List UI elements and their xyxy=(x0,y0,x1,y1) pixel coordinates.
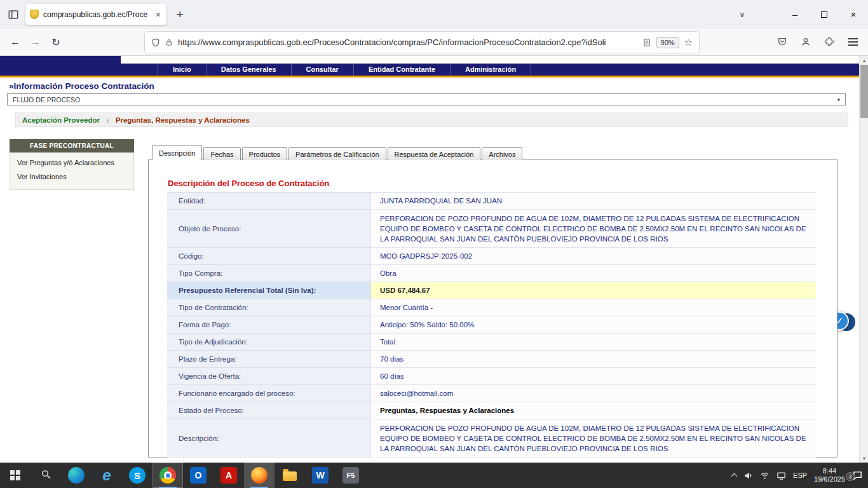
tab-title: compraspublicas.gob.ec/Proce xyxy=(43,10,150,19)
action-center-icon[interactable]: 3 xyxy=(852,470,863,481)
row-value: Total xyxy=(370,334,816,351)
search-button[interactable] xyxy=(31,463,61,488)
accent-bar xyxy=(0,76,859,78)
nav-item-inicio[interactable]: Inicio xyxy=(158,64,206,76)
start-button[interactable] xyxy=(0,463,31,488)
row-value: Anticipo: 50% Saldo: 50.00% xyxy=(370,316,816,334)
scroll-thumb[interactable] xyxy=(860,65,868,118)
url-bar[interactable]: https://www.compraspublicas.gob.ec/Proce… xyxy=(145,32,699,53)
tray-chevron-icon[interactable] xyxy=(732,472,736,478)
row-label: Presupuesto Referencial Total (Sin Iva): xyxy=(167,282,370,299)
table-row: Vigencia de Oferta:60 días xyxy=(167,368,816,385)
taskbar-firefox[interactable] xyxy=(244,463,275,488)
table-row: Tipo de Adjudicación:Total xyxy=(167,334,816,351)
network-icon[interactable] xyxy=(776,471,786,480)
tab-fechas[interactable]: Fechas xyxy=(203,147,240,160)
extensions-icon[interactable] xyxy=(819,32,839,52)
taskbar-edge[interactable] xyxy=(61,463,92,488)
row-label: Tipo de Contratación: xyxy=(167,299,370,316)
row-label: Objeto de Proceso: xyxy=(167,210,370,248)
browser-tab[interactable]: compraspublicas.gob.ec/Proce × xyxy=(25,4,166,25)
site-favicon-icon xyxy=(30,10,39,19)
nav-item-entidad-contratante[interactable]: Entidad Contratante xyxy=(353,64,450,76)
zoom-level-badge[interactable]: 90% xyxy=(656,37,679,48)
toolbar-right-icons xyxy=(772,32,863,52)
language-indicator[interactable]: ESP xyxy=(793,471,807,479)
sidebar: FASE PRECONTRACTUAL Ver Preguntas y/ó Ac… xyxy=(10,139,134,190)
row-value: 60 días xyxy=(370,368,816,385)
tab-respuesta-aceptacion[interactable]: Respuesta de Aceptación xyxy=(388,147,481,160)
table-row: Descripción:PERFORACION DE POZO PROFUNDO… xyxy=(167,419,816,458)
internet-explorer-icon: e xyxy=(98,467,115,484)
breadcrumb-item-preguntas[interactable]: Preguntas, Respuestas y Aclaraciones xyxy=(116,116,250,124)
tab-productos[interactable]: Productos xyxy=(242,147,288,160)
reload-button[interactable]: ↻ xyxy=(46,32,66,52)
skype-icon: S xyxy=(129,467,146,484)
bookmark-star-icon[interactable]: ☆ xyxy=(684,37,693,48)
tab-close-icon[interactable]: × xyxy=(154,10,162,20)
taskbar-outlook[interactable]: O xyxy=(183,463,214,488)
reader-mode-icon[interactable] xyxy=(642,38,651,47)
page-scrollbar[interactable]: ▲ ▼ xyxy=(859,56,868,463)
taskbar-f5-app[interactable]: F5 xyxy=(336,463,366,488)
row-value: USD 67,484.67 xyxy=(370,282,816,299)
maximize-button[interactable] xyxy=(810,0,839,29)
search-icon xyxy=(41,469,51,482)
row-label: Tipo de Adjudicación: xyxy=(167,334,370,351)
clock[interactable]: 8:44 19/6/2025 xyxy=(814,467,845,484)
lock-icon[interactable] xyxy=(165,38,173,47)
scroll-down-icon[interactable]: ▼ xyxy=(860,454,868,463)
sidebar-body: Ver Preguntas y/ó Aclaraciones Ver Invit… xyxy=(10,152,134,190)
pocket-icon[interactable] xyxy=(772,32,792,52)
volume-icon[interactable] xyxy=(743,471,753,480)
menu-icon[interactable] xyxy=(843,32,863,52)
tab-descripcion[interactable]: Descripción xyxy=(152,145,202,160)
notification-badge: 3 xyxy=(846,472,855,481)
table-row-presupuesto: Presupuesto Referencial Total (Sin Iva):… xyxy=(167,282,816,299)
flujo-select[interactable]: FLUJO DE PROCESO ▾ xyxy=(7,93,846,105)
main-content: Descripción Fechas Productos Parámetros … xyxy=(148,145,838,458)
firefox-view-icon[interactable] xyxy=(4,5,23,24)
new-tab-button[interactable]: + xyxy=(170,5,189,24)
taskbar-file-explorer[interactable] xyxy=(275,463,305,488)
nav-item-datos-generales[interactable]: Datos Generales xyxy=(206,64,291,76)
firefox-icon xyxy=(251,467,268,484)
row-label: Funcionario encargado del proceso: xyxy=(167,385,370,402)
browser-tab-strip: compraspublicas.gob.ec/Proce × + ∨ – × xyxy=(0,0,868,29)
tab-parametros-calificacion[interactable]: Parámetros de Calificación xyxy=(288,147,386,160)
taskbar: e S O A W F5 ESP 8:44 19/6/2025 3 xyxy=(0,463,868,488)
taskbar-acrobat[interactable]: A xyxy=(214,463,244,488)
clock-date: 19/6/2025 xyxy=(814,475,845,484)
back-button[interactable]: ← xyxy=(5,32,25,52)
scroll-up-icon[interactable]: ▲ xyxy=(860,56,868,65)
process-tabs: Descripción Fechas Productos Parámetros … xyxy=(152,145,522,160)
windows-logo-icon xyxy=(10,470,20,480)
taskbar-skype[interactable]: S xyxy=(122,463,153,488)
row-value: Obra xyxy=(370,265,816,282)
taskbar-chrome[interactable] xyxy=(153,463,183,488)
breadcrumb-item-aceptacion-proveedor[interactable]: Aceptación Proveedor xyxy=(22,116,100,124)
site-navbar: Inicio Datos Generales Consultar Entidad… xyxy=(0,64,859,76)
row-value: Preguntas, Respuestas y Aclaraciones xyxy=(370,402,816,419)
row-label: Tipo Compra: xyxy=(167,265,370,282)
tab-archivos[interactable]: Archivos xyxy=(482,147,522,160)
system-tray: ESP 8:44 19/6/2025 3 xyxy=(732,463,868,488)
sidebar-item-ver-preguntas[interactable]: Ver Preguntas y/ó Aclaraciones xyxy=(10,156,133,170)
tab-list-chevron-icon[interactable]: ∨ xyxy=(728,0,756,29)
wifi-icon[interactable] xyxy=(760,471,770,480)
table-row: Tipo Compra:Obra xyxy=(167,265,816,282)
close-window-button[interactable]: × xyxy=(839,0,868,29)
minimize-button[interactable]: – xyxy=(780,0,810,29)
account-icon[interactable] xyxy=(796,32,816,52)
row-label: Descripción: xyxy=(167,419,370,458)
maximize-icon xyxy=(821,11,827,18)
breadcrumb-separator-icon: › xyxy=(106,115,109,125)
sidebar-item-ver-invitaciones[interactable]: Ver Invitaciones xyxy=(10,170,133,184)
taskbar-word[interactable]: W xyxy=(305,463,336,488)
taskbar-internet-explorer[interactable]: e xyxy=(92,463,122,488)
shield-icon[interactable] xyxy=(151,37,160,48)
file-explorer-icon xyxy=(283,471,297,481)
nav-item-administracion[interactable]: Administración xyxy=(450,64,531,76)
forward-button[interactable]: → xyxy=(25,32,46,52)
nav-item-consultar[interactable]: Consultar xyxy=(291,64,353,76)
